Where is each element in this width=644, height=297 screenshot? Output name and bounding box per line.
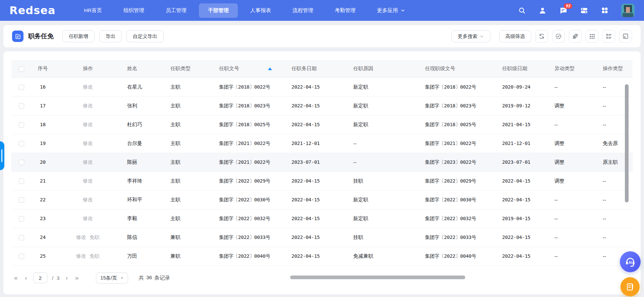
- row-checkbox[interactable]: [19, 216, 24, 221]
- column-header-7[interactable]: 任现职级文号: [420, 60, 497, 78]
- cell-checkbox: [11, 115, 32, 134]
- nav-item-5[interactable]: 流程管理: [283, 3, 322, 18]
- action-link[interactable]: 修改: [83, 121, 93, 127]
- sync-icon[interactable]: [535, 30, 548, 43]
- row-checkbox[interactable]: [19, 141, 24, 146]
- total-pages: 3: [57, 275, 59, 281]
- cell-change-type: 调整: [549, 153, 597, 171]
- select-all-checkbox[interactable]: [19, 66, 24, 72]
- sliders-icon[interactable]: [580, 7, 588, 14]
- dots-grid-icon[interactable]: [586, 30, 598, 43]
- cell-seq: 22: [32, 190, 54, 209]
- action-link[interactable]: 修改: [83, 103, 93, 108]
- column-header-6[interactable]: 任职原因: [348, 60, 420, 78]
- row-checkbox[interactable]: [19, 122, 24, 128]
- action-link[interactable]: 修改: [83, 215, 93, 221]
- column-header-3[interactable]: 任职类型: [165, 60, 214, 78]
- row-checkbox[interactable]: [19, 103, 24, 109]
- cell-type: 主职: [165, 78, 214, 96]
- row-checkbox[interactable]: [19, 254, 24, 259]
- cell-rank-doc-no: 集团字〔2022〕0029号: [420, 171, 497, 190]
- row-checkbox[interactable]: [19, 235, 24, 240]
- nav-item-6[interactable]: 考勤管理: [326, 3, 365, 18]
- column-header-10[interactable]: 操作类型: [597, 60, 633, 78]
- report-note-button[interactable]: [621, 277, 640, 296]
- column-header-0[interactable]: 序号: [32, 60, 54, 78]
- message-icon[interactable]: 93: [559, 6, 567, 14]
- action-link[interactable]: 修改: [83, 159, 93, 165]
- column-header-5[interactable]: 任职务日期: [286, 60, 348, 78]
- row-checkbox[interactable]: [19, 179, 24, 184]
- action-link[interactable]: 免职: [90, 234, 100, 240]
- avatar[interactable]: [621, 4, 635, 17]
- cell-checkbox: [11, 153, 32, 171]
- cell-date: 2022-04-15: [286, 228, 348, 247]
- column-header-2[interactable]: 姓名: [122, 60, 165, 78]
- page-title-icon: [12, 31, 23, 42]
- cell-checkbox: [11, 228, 32, 247]
- toolbar-action-1[interactable]: 导出: [99, 30, 122, 42]
- nav-item-2[interactable]: 员工管理: [157, 3, 196, 18]
- next-page-button[interactable]: ›: [64, 274, 69, 282]
- horizontal-scrollbar[interactable]: [290, 276, 465, 279]
- cell-rank-doc-no: 集团字〔2022〕0032号: [420, 209, 497, 228]
- action-link[interactable]: 修改: [76, 253, 86, 259]
- cell-change-type: 调整: [549, 171, 597, 190]
- page-size-select[interactable]: 15条/页: [96, 273, 128, 284]
- cell-change-type: --: [549, 78, 597, 96]
- row-checkbox[interactable]: [19, 160, 24, 165]
- table-row: 16修改在星儿主职集团字〔2018〕0022号2022-04-15新定职集团字〔…: [11, 78, 633, 96]
- cell-rank-date: 2019-04-15: [497, 209, 549, 228]
- toolbar-action-0[interactable]: 任职新增: [62, 30, 95, 42]
- advanced-filter-button[interactable]: 高级筛选: [499, 30, 531, 42]
- cell-seq: 21: [32, 171, 54, 190]
- nav-item-1[interactable]: 组织管理: [114, 3, 153, 18]
- page-number-input[interactable]: 2: [33, 273, 47, 283]
- side-drawer-handle[interactable]: [0, 141, 4, 170]
- list-settings-icon[interactable]: [602, 30, 615, 43]
- cell-checkbox: [11, 171, 32, 190]
- nav-item-4[interactable]: 人事报表: [241, 3, 280, 18]
- toolbar-right: 更多搜索 高级筛选: [451, 30, 632, 43]
- cell-name: 陈信: [122, 228, 165, 247]
- nav-item-7[interactable]: 更多应用: [368, 3, 414, 18]
- column-header-8[interactable]: 任职级日期: [497, 60, 549, 78]
- sort-asc-icon[interactable]: [268, 67, 272, 70]
- row-checkbox[interactable]: [19, 197, 24, 203]
- nav-item-0[interactable]: HR首页: [75, 3, 111, 18]
- apps-grid-icon[interactable]: [601, 7, 608, 14]
- last-page-button[interactable]: »: [74, 274, 80, 282]
- first-page-button[interactable]: «: [13, 274, 19, 282]
- cell-actions: 修改: [54, 96, 122, 115]
- action-link[interactable]: 修改: [83, 178, 93, 184]
- more-search-button[interactable]: 更多搜索: [451, 30, 490, 42]
- table-row: 17修改张利主职集团字〔2018〕0023号2022-04-15新定职集团字〔2…: [11, 96, 633, 115]
- action-link[interactable]: 修改: [83, 84, 93, 90]
- action-link[interactable]: 修改: [83, 197, 93, 202]
- toolbar-action-2[interactable]: 自定义导出: [126, 30, 164, 42]
- brush-icon[interactable]: [569, 30, 582, 43]
- cell-rank-doc-no: 集团字〔2023〕0022号: [420, 153, 497, 171]
- vertical-scrollbar[interactable]: [625, 84, 629, 202]
- column-header-9[interactable]: 异动类型: [549, 60, 597, 78]
- column-header-1[interactable]: 操作: [54, 60, 122, 78]
- prev-page-button[interactable]: ‹: [24, 274, 29, 282]
- check-circle-icon[interactable]: [552, 30, 565, 43]
- column-header-4[interactable]: 任职文号: [214, 60, 286, 78]
- action-link[interactable]: 修改: [76, 234, 86, 240]
- brand-logo[interactable]: Redsea: [9, 4, 56, 17]
- cell-change-type: --: [549, 209, 597, 228]
- nav-item-label: HR首页: [84, 7, 102, 14]
- cell-doc-no: 集团字〔2022〕0029号: [214, 171, 286, 190]
- cell-type: 主职: [165, 190, 214, 209]
- cell-checkbox: [11, 209, 32, 228]
- ai-assistant-button[interactable]: AI: [620, 251, 641, 272]
- nav-item-3[interactable]: 干部管理: [199, 3, 238, 18]
- row-checkbox[interactable]: [19, 85, 24, 90]
- panel-icon[interactable]: [619, 30, 632, 43]
- action-link[interactable]: 免职: [90, 253, 100, 259]
- search-icon[interactable]: [518, 7, 526, 14]
- cell-rank-doc-no: 集团字〔2018〕0023号: [420, 96, 497, 115]
- action-link[interactable]: 修改: [83, 140, 93, 146]
- user-icon[interactable]: [539, 7, 546, 14]
